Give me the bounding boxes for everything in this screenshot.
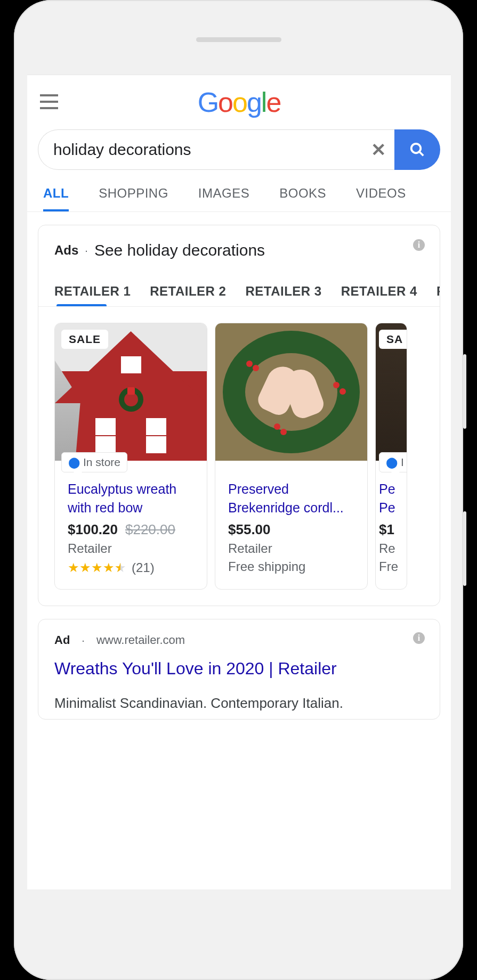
phone-speaker bbox=[196, 37, 281, 42]
text-ad-card[interactable]: Ad · www.retailer.com i Wreaths You'll L… bbox=[38, 619, 440, 720]
ad-label: Ad bbox=[54, 633, 70, 647]
retailer-tabs: RETAILER 1 RETAILER 2 RETAILER 3 RETAILE… bbox=[38, 270, 440, 307]
shopping-ads-card: Ads · See holiday decorations i RETAILER… bbox=[38, 225, 440, 606]
product-card[interactable]: SALE ⬤ In store Eucalyptus wreath with r… bbox=[54, 323, 207, 590]
sale-badge: SA bbox=[379, 330, 407, 349]
separator-dot: · bbox=[82, 634, 85, 647]
product-image: SA ⬤ I bbox=[376, 323, 407, 461]
phone-side-button bbox=[463, 511, 466, 586]
in-store-badge: ⬤ I bbox=[379, 452, 407, 472]
info-icon[interactable]: i bbox=[413, 632, 425, 644]
clear-search-icon[interactable]: ✕ bbox=[362, 139, 394, 160]
product-price: $100.20 bbox=[68, 521, 118, 538]
hamburger-menu-icon[interactable] bbox=[40, 94, 58, 109]
product-card[interactable]: Preserved Brekenridge cordl... $55.00 Re… bbox=[215, 323, 368, 590]
rating-count: (21) bbox=[132, 560, 155, 575]
in-store-badge: ⬤ In store bbox=[61, 452, 127, 472]
location-pin-icon: ⬤ bbox=[386, 456, 398, 469]
info-icon[interactable]: i bbox=[413, 239, 425, 251]
svg-line-1 bbox=[419, 152, 424, 156]
google-logo[interactable]: Google bbox=[198, 86, 281, 118]
retailer-tab[interactable]: RETAILER 2 bbox=[150, 284, 226, 299]
search-input[interactable] bbox=[53, 141, 362, 159]
product-image: SALE ⬤ In store bbox=[55, 323, 207, 461]
product-retailer: Retailer bbox=[228, 541, 354, 556]
tab-shopping[interactable]: SHOPPING bbox=[99, 186, 168, 211]
search-button[interactable] bbox=[394, 129, 440, 170]
tab-books[interactable]: BOOKS bbox=[279, 186, 326, 211]
product-name: Eucalyptus wreath with red bow bbox=[68, 480, 194, 517]
product-name: Pe bbox=[379, 480, 407, 499]
ads-title: See holiday decorations bbox=[94, 241, 265, 259]
product-name-line2: Pe bbox=[379, 499, 407, 517]
in-store-label: I bbox=[401, 456, 404, 469]
search-bar: ✕ bbox=[27, 129, 451, 170]
product-retailer: Re bbox=[379, 541, 407, 556]
product-note: Free shipping bbox=[228, 559, 354, 574]
product-old-price: $220.00 bbox=[125, 521, 175, 538]
tab-images[interactable]: IMAGES bbox=[198, 186, 249, 211]
ads-label: Ads bbox=[54, 243, 78, 258]
sale-badge: SALE bbox=[61, 330, 108, 349]
product-price: $55.00 bbox=[228, 521, 271, 538]
retailer-tab[interactable]: RETAILER 4 bbox=[341, 284, 417, 299]
separator-dot: · bbox=[85, 244, 88, 257]
tab-videos[interactable]: VIDEOS bbox=[356, 186, 406, 211]
location-pin-icon: ⬤ bbox=[68, 456, 80, 469]
phone-side-button bbox=[463, 354, 466, 429]
product-price: $1 bbox=[379, 521, 394, 538]
screen: Google ✕ ALL SHOPPING IMAGES BOOKS VIDEO… bbox=[27, 75, 451, 889]
product-carousel[interactable]: SALE ⬤ In store Eucalyptus wreath with r… bbox=[38, 307, 440, 606]
in-store-label: In store bbox=[83, 456, 120, 469]
product-image bbox=[215, 323, 367, 461]
product-note: Fre bbox=[379, 559, 407, 574]
ad-url: www.retailer.com bbox=[96, 633, 185, 647]
search-box: ✕ bbox=[38, 129, 394, 170]
text-ad-header: Ad · www.retailer.com bbox=[54, 633, 424, 647]
ad-description: Minimalist Scandinavian. Contemporary It… bbox=[54, 693, 424, 714]
ad-headline[interactable]: Wreaths You'll Love in 2020 | Retailer bbox=[54, 659, 424, 679]
header: Google bbox=[27, 75, 451, 129]
phone-frame: Google ✕ ALL SHOPPING IMAGES BOOKS VIDEO… bbox=[14, 0, 463, 980]
star-rating-icon: ★★★★★ bbox=[68, 560, 126, 575]
retailer-tab[interactable]: RETAILER 3 bbox=[245, 284, 321, 299]
search-icon bbox=[409, 142, 425, 158]
product-retailer: Retailer bbox=[68, 541, 194, 556]
product-rating: ★★★★★ (21) bbox=[68, 560, 194, 575]
product-card[interactable]: SA ⬤ I Pe Pe $1 Re Fre bbox=[375, 323, 407, 590]
retailer-tab-indicator bbox=[56, 304, 107, 307]
retailer-tab[interactable]: RE bbox=[436, 284, 440, 299]
tab-all[interactable]: ALL bbox=[43, 186, 69, 211]
search-tabs: ALL SHOPPING IMAGES BOOKS VIDEOS bbox=[27, 170, 451, 212]
product-name: Preserved Brekenridge cordl... bbox=[228, 480, 354, 517]
svg-point-0 bbox=[411, 144, 421, 153]
retailer-tab[interactable]: RETAILER 1 bbox=[54, 284, 131, 299]
shopping-ads-header: Ads · See holiday decorations i bbox=[38, 225, 440, 270]
